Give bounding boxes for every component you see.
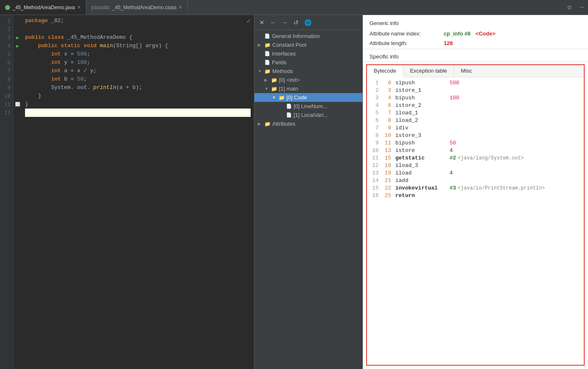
tree-item-constant-pool[interactable]: ▶ 📁 Constant Pool [254,40,362,49]
localvari-file-icon: 📄 [286,112,292,118]
editor-tab-close[interactable]: ✕ [77,5,81,10]
file-status-dot [5,5,10,10]
init-folder-icon: 📁 [271,77,277,83]
bc-instr-3: bipush [395,95,450,101]
code-area[interactable]: package _02; public class _45_MethodArea… [22,15,254,369]
bc-offset-12: 18 [383,162,395,169]
bc-offset-6: 8 [383,117,395,124]
editor-gutter: ▶ ▶ ⬜ [13,15,22,369]
methods-folder-icon: 📁 [264,68,271,74]
bc-offset-1: 0 [383,80,395,86]
bytecode-panel: Bytecode Exception table Misc 1 0 sipush… [366,64,585,366]
bc-arg-11-ref[interactable]: #2 [450,155,456,161]
bc-offset-5: 7 [383,110,395,116]
interfaces-file-icon: 📄 [264,51,270,56]
attr-length-label: Attribute length: [369,40,440,46]
tree-item-main[interactable]: ▼ 📁 [1] main [254,84,362,93]
tree-pane: ✕ ← → ↺ 🌐 📄 General Information ▶ 📁 Cons… [254,15,363,369]
bc-line-11: 11 [370,155,383,161]
attr-name-value-red: <Code> [475,30,495,37]
bc-instr-7: idiv [395,125,450,131]
general-info-file-icon: 📄 [264,33,270,39]
tree-item-init[interactable]: ▶ 📁 [0] <init> [254,76,362,84]
bc-row-14: 14 21 iadd [370,177,580,184]
bc-line-7: 7 [370,125,383,131]
bc-line-13: 13 [370,170,383,176]
fields-file-icon: 📄 [264,60,270,65]
bc-arg-1: 500 [450,80,459,86]
bc-arg-15-ref[interactable]: #3 [450,185,456,191]
tree-item-attributes[interactable]: ▶ 📁 Attributes [254,119,362,128]
minimize-icon[interactable]: — [575,0,588,15]
tree-toolbar: ✕ ← → ↺ 🌐 [254,15,362,30]
info-pane: Generic info Attribute name index: cp_in… [363,15,588,369]
bc-row-8: 8 10 istore_3 [370,132,580,139]
editor-file-tab[interactable]: _45_MethodAreaDemo.java ✕ [0,0,86,15]
tree-item-fields[interactable]: 📄 Fields [254,58,362,67]
bc-line-10: 10 [370,147,383,154]
bc-row-15: 15 22 invokevirtual #3 <java/io/PrintStr… [370,185,580,191]
bc-instr-12: iload_3 [395,162,450,169]
tree-item-linenumber[interactable]: 📄 [0] LineNum... [254,102,362,111]
bc-row-5: 5 7 iload_1 [370,110,580,116]
tree-item-methods[interactable]: ▼ 📁 Methods [254,67,362,76]
methods-arrow: ▼ [258,69,263,73]
tree-content: 📄 General Information ▶ 📁 Constant Pool … [254,30,362,369]
tree-item-localvari[interactable]: 📄 [1] LocalVari... [254,111,362,119]
bc-arg-15-comment: <java/io/PrintStream.println> [458,185,545,191]
bc-row-16: 16 25 return [370,192,580,199]
web-button[interactable]: 🌐 [303,18,313,27]
jclasslib-tab[interactable]: jclasslib: _45_MethodAreaDemo.class ✕ [86,0,187,15]
jclasslib-tab-close[interactable]: ✕ [178,5,182,10]
bc-offset-16: 25 [383,192,395,199]
back-button[interactable]: ← [269,18,278,27]
bc-instr-15: invokevirtual [395,185,450,191]
close-button[interactable]: ✕ [258,18,266,27]
bc-instr-2: istore_1 [395,87,450,94]
jclasslib-prefix: jclasslib: [91,5,110,10]
attributes-arrow: ▶ [258,121,263,126]
bc-row-2: 2 3 istore_1 [370,87,580,94]
tab-misc[interactable]: Misc [454,65,479,77]
gear-icon[interactable]: ⚙ [563,0,576,15]
tab-bytecode[interactable]: Bytecode [367,65,403,77]
tree-item-general-info[interactable]: 📄 General Information [254,32,362,40]
tree-item-code[interactable]: ▼ 📁 [0] Code [254,93,362,102]
bc-instr-1: sipush [395,80,450,86]
init-arrow: ▶ [264,78,269,82]
bc-arg-13: 4 [450,170,453,176]
attr-name-value-green[interactable]: cp_info #8 [444,30,470,37]
run-arrow-line4[interactable]: ▶ [16,42,19,50]
bc-offset-14: 21 [383,177,395,184]
editor-pane: ✓ 123456789101112 ▶ ▶ ⬜ [0,15,254,369]
bc-row-11: 11 15 getstatic #2 <java/lang/System.out… [370,155,580,161]
forward-button[interactable]: → [280,18,289,27]
refresh-button[interactable]: ↺ [292,18,300,27]
line-numbers: 123456789101112 [0,15,13,369]
specific-info-title: Specific info [369,53,581,60]
bc-row-6: 6 8 iload_2 [370,117,580,124]
bc-row-9: 9 11 bipush 50 [370,140,580,146]
bytecode-tab-bar: Bytecode Exception table Misc [367,65,584,77]
editor-tab-label: _45_MethodAreaDemo.java [13,5,75,10]
bc-instr-4: istore_2 [395,102,450,109]
linenumber-file-icon: 📄 [286,104,292,109]
tab-exception-table[interactable]: Exception table [403,65,454,77]
bc-arg-9: 50 [450,140,456,146]
bc-offset-4: 6 [383,102,395,109]
bc-instr-13: iload [395,170,450,176]
code-folder-icon: 📁 [279,95,285,101]
bc-row-1: 1 0 sipush 500 [370,80,580,86]
bc-offset-13: 19 [383,170,395,176]
constant-pool-folder-icon: 📁 [264,42,271,48]
bc-line-15: 15 [370,185,383,191]
bc-row-12: 12 18 iload_3 [370,162,580,169]
bc-offset-10: 13 [383,147,395,154]
bc-row-4: 4 6 istore_2 [370,102,580,109]
bc-instr-16: return [395,192,450,199]
tree-item-interfaces[interactable]: 📄 Interfaces [254,49,362,58]
run-arrow-line3[interactable]: ▶ [16,33,19,42]
bc-line-1: 1 [370,80,383,86]
bc-row-10: 10 13 istore 4 [370,147,580,154]
attr-length-value: 128 [444,40,453,46]
